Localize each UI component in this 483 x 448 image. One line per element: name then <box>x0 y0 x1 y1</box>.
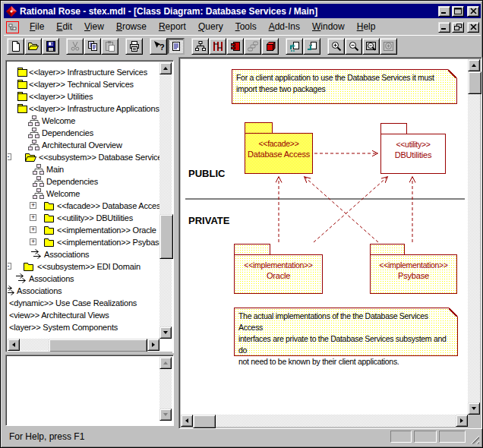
canvas-vertical-scrollbar[interactable] <box>468 59 480 415</box>
menu-item-file[interactable]: File <box>24 20 50 34</box>
save-button[interactable] <box>42 38 59 55</box>
tree-item[interactable]: <<layer>> Infrastructure Applications <box>8 103 159 115</box>
class-diagram-window-icon[interactable] <box>6 21 19 33</box>
menu-item-report[interactable]: Report <box>153 20 192 34</box>
dependency-oracle-to-utility[interactable] <box>314 177 387 242</box>
close-button[interactable] <box>467 6 479 17</box>
tree-item[interactable]: Associations <box>8 248 159 260</box>
cut-button[interactable] <box>66 38 84 55</box>
menu-item-edit[interactable]: Edit <box>50 20 78 34</box>
doc-vertical-scrollbar[interactable] <box>159 357 172 421</box>
browse-deployment-diagram-button[interactable] <box>261 38 279 55</box>
component-diagram-icon <box>229 40 242 52</box>
canvas-horizontal-scrollbar[interactable] <box>181 415 468 427</box>
tree-item[interactable]: <<layer>> Infrastructure Services <box>8 66 159 78</box>
tree-horizontal-scrollbar[interactable] <box>8 339 159 351</box>
browse-component-diagram-button[interactable] <box>226 38 244 55</box>
menu-item-view[interactable]: View <box>78 20 110 34</box>
documentation-button[interactable] <box>167 38 185 55</box>
tree-item[interactable]: <<layer>> Technical Services <box>8 78 159 90</box>
browse-class-diagram-button[interactable] <box>191 38 209 55</box>
zoom-in-button[interactable] <box>327 38 345 55</box>
scrollbar-thumb[interactable] <box>468 71 481 94</box>
open-file-button[interactable] <box>24 38 42 55</box>
context-help-button[interactable]: ? <box>150 38 167 55</box>
maximize-button[interactable] <box>452 6 464 17</box>
zoom-out-button[interactable] <box>345 38 362 55</box>
tree-item[interactable]: <layer>> System Components <box>8 321 159 333</box>
tree-item[interactable]: Welcome <box>8 115 159 127</box>
scroll-down-button[interactable] <box>468 402 480 415</box>
note-private-implementations[interactable]: The actual implementations of the the Da… <box>234 308 458 356</box>
scrollbar-thumb[interactable] <box>193 415 216 428</box>
tree-item[interactable]: Associations <box>8 273 159 285</box>
tree-item[interactable]: +<<utility>> DBUtilities <box>8 212 159 224</box>
package-psybase[interactable]: <<implementation>> Psybase <box>370 254 457 294</box>
menu-item-browse[interactable]: Browse <box>110 20 153 34</box>
paste-button[interactable] <box>101 38 118 55</box>
tree-item[interactable]: <<layer>> Utilities <box>8 90 159 103</box>
documentation-panel[interactable] <box>5 355 174 426</box>
expand-icon[interactable]: + <box>30 214 36 221</box>
expand-icon[interactable]: + <box>30 202 36 209</box>
scroll-up-button[interactable] <box>159 357 172 369</box>
tree-item[interactable]: -<<subsystem>> EDI Domain <box>8 260 159 273</box>
copy-button[interactable] <box>84 38 101 55</box>
browse-state-diagram-button[interactable] <box>244 38 261 55</box>
scroll-right-button[interactable] <box>456 415 468 427</box>
new-file-button[interactable] <box>7 38 24 55</box>
menu-item-tools[interactable]: Tools <box>229 20 263 34</box>
tree-item[interactable]: +<<facade>> Database Access <box>8 200 159 212</box>
menu-item-help[interactable]: Help <box>351 20 382 34</box>
tree-item[interactable]: <view>> Architectural Views <box>8 309 159 321</box>
title-bar[interactable]: Rational Rose - stex.mdl - [Class Diagra… <box>4 4 481 18</box>
browse-previous-button[interactable] <box>303 38 320 55</box>
rational-rose-logo-icon <box>5 6 17 17</box>
tree-item[interactable]: Architectural Overview <box>8 139 159 151</box>
mdi-close-button[interactable] <box>467 22 479 33</box>
package-oracle[interactable]: <<implementation>> Oracle <box>234 254 323 294</box>
browse-interaction-diagram-button[interactable] <box>209 38 226 55</box>
scrollbar-thumb[interactable] <box>159 214 173 259</box>
tree-item-label: Welcome <box>42 116 75 125</box>
minimize-button[interactable] <box>438 6 450 17</box>
scroll-left-button[interactable] <box>181 415 193 427</box>
tree-item[interactable]: -<<subsystem>> Database Services <box>8 151 159 163</box>
tree-item[interactable]: +<<implementation>> Oracle <box>8 224 159 236</box>
scroll-right-button[interactable] <box>147 339 159 351</box>
tree-item[interactable]: <dynamic>> Use Case Realizations <box>8 297 159 309</box>
note-client-import[interactable]: For a client application to use the Data… <box>232 69 457 104</box>
tree-item[interactable]: Dependencies <box>8 175 159 188</box>
fit-in-window-button[interactable] <box>362 38 380 55</box>
package-database-access[interactable]: <<facade>> Database Access <box>245 133 313 174</box>
tree-vertical-scrollbar[interactable] <box>159 62 172 339</box>
menu-item-query[interactable]: Query <box>192 20 229 34</box>
mdi-restore-button[interactable] <box>452 22 464 33</box>
undo-fit-button[interactable] <box>380 38 397 55</box>
print-button[interactable] <box>125 38 143 55</box>
scrollbar-thumb[interactable] <box>49 339 147 352</box>
tree-item[interactable]: Dependencies <box>8 127 159 139</box>
tree-item[interactable]: +<<implementation>> Psybase <box>8 236 159 248</box>
dependency-psybase-to-facade[interactable] <box>305 177 378 242</box>
scroll-down-button[interactable] <box>159 327 172 339</box>
package-dbutilities[interactable]: <<utility>> DBUtilities <box>380 134 446 174</box>
expand-icon[interactable]: + <box>30 238 36 245</box>
resize-grip[interactable] <box>469 434 479 444</box>
tree-item[interactable]: Associations <box>8 285 159 297</box>
mdi-minimize-button[interactable] <box>438 22 450 33</box>
scroll-down-button[interactable] <box>159 409 172 421</box>
scroll-left-button[interactable] <box>8 339 20 351</box>
diagram-canvas[interactable]: For a client application to use the Data… <box>181 59 468 415</box>
clipboard-icon <box>104 40 116 52</box>
collapse-icon[interactable]: - <box>8 153 11 160</box>
collapse-icon[interactable]: - <box>8 263 11 270</box>
scroll-up-button[interactable] <box>468 59 480 71</box>
tree-item[interactable]: Main <box>8 163 159 175</box>
menu-item-window[interactable]: Window <box>306 20 351 34</box>
menu-item-addins[interactable]: Add-Ins <box>263 20 306 34</box>
tree-item[interactable]: Welcome <box>8 188 159 200</box>
scroll-up-button[interactable] <box>159 62 172 74</box>
expand-icon[interactable]: + <box>30 226 36 233</box>
browse-parent-button[interactable] <box>286 38 303 55</box>
